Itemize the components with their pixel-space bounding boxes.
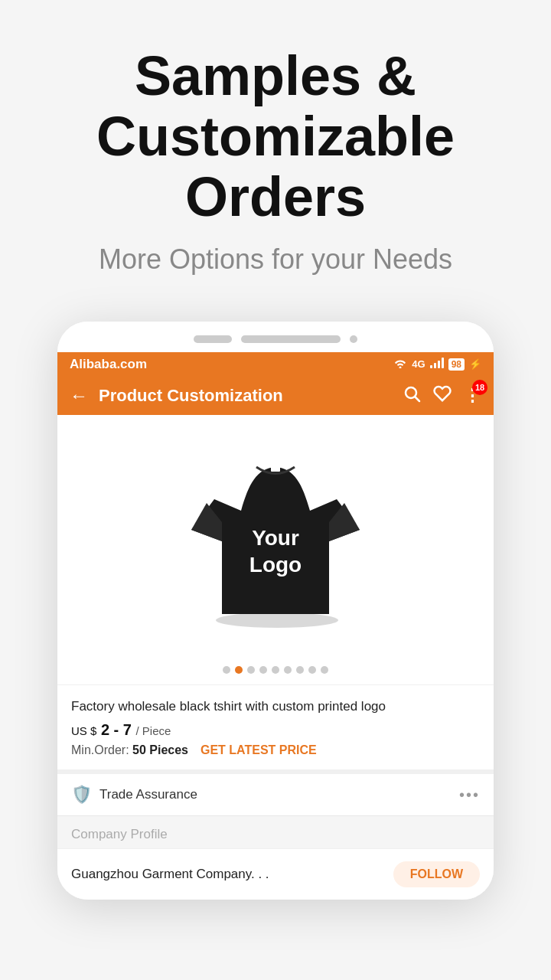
tshirt-image: Your Logo xyxy=(191,446,360,629)
toolbar-icons: ⋮ 18 xyxy=(403,384,481,407)
price-per-unit: / Piece xyxy=(136,724,171,737)
price-currency: US $ xyxy=(71,724,96,737)
wifi-icon xyxy=(393,358,407,371)
app-toolbar: ← Product Customization ⋮ 18 xyxy=(57,377,494,415)
signal-bars xyxy=(430,358,444,371)
back-button[interactable]: ← xyxy=(70,385,88,407)
price-range: 2 - 7 xyxy=(101,721,132,738)
get-latest-price-button[interactable]: GET LATEST PRICE xyxy=(201,743,317,757)
signal-icon: 4G xyxy=(412,358,425,370)
hero-title: Samples & Customizable Orders xyxy=(31,46,520,228)
follow-button[interactable]: FOLLOW xyxy=(393,861,480,887)
moq-text: Min.Order: 50 Pieces xyxy=(71,743,188,757)
notification-badge: 18 xyxy=(472,380,487,395)
product-image-area: Your Logo xyxy=(57,415,494,660)
toolbar-title: Product Customization xyxy=(99,386,392,406)
svg-text:Your: Your xyxy=(252,526,299,550)
image-dots xyxy=(57,660,494,684)
dot-1[interactable] xyxy=(235,666,243,674)
company-name: Guangzhou Garment Company. . . xyxy=(71,867,269,882)
trade-assurance-left: 🛡️ Trade Assurance xyxy=(71,785,197,805)
phone-notch-bar xyxy=(57,322,494,352)
trade-assurance-label: Trade Assurance xyxy=(99,787,197,802)
dot-3[interactable] xyxy=(259,666,267,674)
dot-7[interactable] xyxy=(308,666,316,674)
dot-4[interactable] xyxy=(272,666,279,674)
status-bar: Alibaba.com 4G 98 ⚡ xyxy=(57,352,494,377)
company-profile-label: Company Profile xyxy=(57,816,494,848)
trade-assurance-more-icon[interactable]: ••• xyxy=(459,786,480,804)
product-moq-row: Min.Order: 50 Pieces GET LATEST PRICE xyxy=(71,743,480,757)
dot-2[interactable] xyxy=(247,666,255,674)
notch-pill-center xyxy=(241,335,341,343)
hero-section: Samples & Customizable Orders More Optio… xyxy=(0,0,551,291)
phone-mockup: Alibaba.com 4G 98 ⚡ ← xyxy=(57,322,494,900)
more-options-icon[interactable]: ⋮ 18 xyxy=(464,386,481,406)
moq-value: 50 Pieces xyxy=(132,743,188,756)
status-bar-url: Alibaba.com xyxy=(70,357,147,372)
company-row: Guangzhou Garment Company. . . FOLLOW xyxy=(57,848,494,900)
svg-line-1 xyxy=(415,397,419,401)
dot-5[interactable] xyxy=(284,666,292,674)
trade-assurance-icon: 🛡️ xyxy=(71,785,92,805)
company-profile-section: Company Profile Guangzhou Garment Compan… xyxy=(57,815,494,900)
svg-point-2 xyxy=(216,612,338,628)
svg-text:Logo: Logo xyxy=(249,553,302,577)
status-bar-right: 4G 98 ⚡ xyxy=(393,358,481,371)
battery-icon: 98 xyxy=(448,358,465,371)
heart-icon[interactable] xyxy=(433,384,452,407)
search-icon[interactable] xyxy=(403,384,421,407)
hero-subtitle: More Options for your Needs xyxy=(31,243,520,276)
product-info: Factory wholesale black tshirt with cust… xyxy=(57,684,494,770)
notch-pill-left xyxy=(194,335,232,343)
battery-bolt: ⚡ xyxy=(469,358,481,370)
product-title: Factory wholesale black tshirt with cust… xyxy=(71,697,480,716)
svg-rect-3 xyxy=(271,466,280,472)
dot-8[interactable] xyxy=(321,666,328,674)
notch-dot xyxy=(350,335,357,343)
dot-0[interactable] xyxy=(223,666,230,674)
product-price: US $ 2 - 7 / Piece xyxy=(71,721,480,739)
trade-assurance-row: 🛡️ Trade Assurance ••• xyxy=(57,769,494,815)
dot-6[interactable] xyxy=(296,666,304,674)
